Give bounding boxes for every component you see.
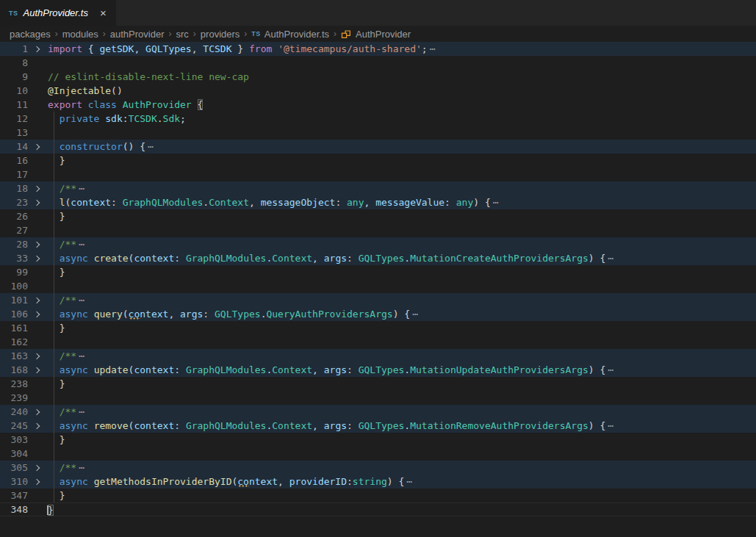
line-number: 347 bbox=[0, 489, 28, 502]
breadcrumb-separator: › bbox=[244, 29, 247, 39]
folded-code-ellipsis[interactable]: ⋯ bbox=[493, 197, 500, 208]
code-token: export bbox=[48, 99, 82, 110]
code-line-33: 33 async create(context: GraphQLModules.… bbox=[0, 251, 756, 265]
fold-chevron-icon[interactable] bbox=[34, 46, 40, 51]
indent-guide bbox=[54, 293, 54, 307]
code-token: /** bbox=[48, 239, 76, 250]
gutter: 18 bbox=[0, 181, 47, 195]
fold-chevron-icon[interactable] bbox=[34, 241, 40, 247]
gutter: 305 bbox=[0, 461, 47, 475]
code-line-101: 101 /**⋯ bbox=[0, 293, 756, 307]
breadcrumb-item-authProvider[interactable]: authProvider bbox=[109, 29, 165, 40]
code-text bbox=[47, 126, 756, 140]
folded-code-ellipsis[interactable]: ⋯ bbox=[412, 309, 419, 320]
gutter: 348 bbox=[0, 503, 47, 516]
gutter: 168 bbox=[0, 363, 47, 377]
folded-code-ellipsis[interactable]: ⋯ bbox=[406, 476, 413, 487]
class-icon bbox=[341, 29, 352, 40]
breadcrumb-item-symbol[interactable]: AuthProvider bbox=[340, 29, 411, 40]
code-token: ) { bbox=[393, 309, 410, 320]
gutter: 10 bbox=[0, 84, 47, 98]
fold-chevron-icon[interactable] bbox=[34, 185, 40, 191]
code-text: @Injectable() bbox=[47, 84, 756, 98]
code-text: /**⋯ bbox=[47, 293, 756, 307]
fold-chevron-icon[interactable] bbox=[34, 297, 40, 303]
code-line-27: 27 bbox=[0, 223, 756, 237]
code-token: args bbox=[324, 253, 347, 264]
indent-guide bbox=[54, 237, 54, 251]
tab-authprovider[interactable]: TS AuthProvider.ts × bbox=[0, 0, 116, 26]
code-text bbox=[47, 447, 756, 461]
code-token: constructor bbox=[60, 141, 123, 152]
code-token: GraphQLModules bbox=[123, 197, 204, 208]
folded-code-ellipsis[interactable]: ⋯ bbox=[79, 295, 85, 306]
code-editor[interactable]: 1import { getSDK, GQLTypes, TCSDK } from… bbox=[0, 42, 756, 537]
tab-title: AuthProvider.ts bbox=[24, 7, 88, 18]
code-token: , bbox=[278, 476, 289, 487]
folded-code-ellipsis[interactable]: ⋯ bbox=[608, 253, 614, 264]
fold-chevron-icon[interactable] bbox=[34, 143, 40, 149]
code-token: getMethodsInProviderByID bbox=[94, 476, 232, 487]
folded-code-ellipsis[interactable]: ⋯ bbox=[79, 183, 85, 194]
code-token: query bbox=[94, 309, 123, 320]
code-line-106: 106 async query(context, args: GQLTypes.… bbox=[0, 307, 756, 321]
code-token: TCSDK bbox=[203, 43, 231, 54]
code-text: export class AuthProvider { bbox=[47, 98, 756, 112]
code-token: remove bbox=[94, 420, 129, 431]
breadcrumb-item-src[interactable]: src bbox=[176, 29, 190, 40]
fold-chevron-icon[interactable] bbox=[34, 199, 40, 205]
code-line-348: 348} bbox=[0, 502, 756, 516]
indent-guide bbox=[54, 391, 54, 405]
code-token: context bbox=[237, 475, 278, 489]
code-line-100: 100 bbox=[0, 279, 756, 293]
code-token: : bbox=[347, 476, 353, 487]
breadcrumb-symbol-label: AuthProvider bbox=[356, 29, 411, 40]
code-token: { bbox=[82, 43, 99, 54]
folded-code-ellipsis[interactable]: ⋯ bbox=[79, 406, 85, 417]
code-text bbox=[47, 335, 756, 349]
fold-chevron-icon[interactable] bbox=[34, 311, 40, 317]
code-token: class bbox=[88, 99, 117, 110]
code-token: MutationCreateAuthProvidersArgs bbox=[410, 253, 588, 264]
code-token: GraphQLModules bbox=[186, 253, 267, 264]
folded-code-ellipsis[interactable]: ⋯ bbox=[608, 420, 614, 431]
breadcrumb-item-providers[interactable]: providers bbox=[200, 29, 240, 40]
code-token: : bbox=[174, 420, 186, 431]
fold-chevron-icon[interactable] bbox=[34, 464, 40, 470]
code-line-163: 163 /**⋯ bbox=[0, 349, 756, 363]
code-text: } bbox=[47, 377, 756, 391]
close-icon[interactable]: × bbox=[98, 7, 109, 19]
fold-chevron-icon[interactable] bbox=[34, 255, 40, 261]
code-token: context bbox=[71, 197, 111, 208]
breadcrumb-item-packages[interactable]: packages bbox=[9, 29, 51, 40]
line-number: 163 bbox=[0, 349, 28, 363]
fold-chevron-icon[interactable] bbox=[34, 408, 40, 414]
gutter: 238 bbox=[0, 377, 47, 391]
gutter: 304 bbox=[0, 447, 47, 461]
folded-code-ellipsis[interactable]: ⋯ bbox=[608, 364, 614, 375]
fold-chevron-icon[interactable] bbox=[34, 367, 40, 372]
code-token: QueryAuthProvidersArgs bbox=[266, 309, 392, 320]
code-token: : bbox=[444, 197, 456, 208]
line-number: 245 bbox=[0, 419, 28, 433]
indent-guide bbox=[54, 419, 54, 433]
line-number: 310 bbox=[0, 475, 28, 489]
folded-code-ellipsis[interactable]: ⋯ bbox=[79, 350, 85, 361]
code-token: : bbox=[174, 364, 186, 375]
gutter: 33 bbox=[0, 251, 47, 265]
breadcrumb-separator: › bbox=[334, 29, 336, 39]
folded-code-ellipsis[interactable]: ⋯ bbox=[79, 239, 85, 250]
folded-code-ellipsis[interactable]: ⋯ bbox=[148, 141, 154, 152]
folded-code-ellipsis[interactable]: ⋯ bbox=[79, 462, 85, 473]
fold-chevron-icon[interactable] bbox=[34, 353, 40, 358]
folded-code-ellipsis[interactable]: ⋯ bbox=[430, 43, 436, 54]
code-text: async getMethodsInProviderByID(context, … bbox=[47, 475, 756, 489]
code-line-17: 17 bbox=[0, 167, 756, 181]
code-token: import bbox=[48, 43, 82, 54]
code-token bbox=[88, 476, 94, 487]
breadcrumb-item-file[interactable]: TSAuthProvider.ts bbox=[251, 29, 330, 40]
line-number: 348 bbox=[0, 502, 28, 516]
breadcrumb-item-modules[interactable]: modules bbox=[62, 29, 99, 40]
fold-chevron-icon[interactable] bbox=[34, 478, 40, 484]
fold-chevron-icon[interactable] bbox=[34, 422, 40, 428]
